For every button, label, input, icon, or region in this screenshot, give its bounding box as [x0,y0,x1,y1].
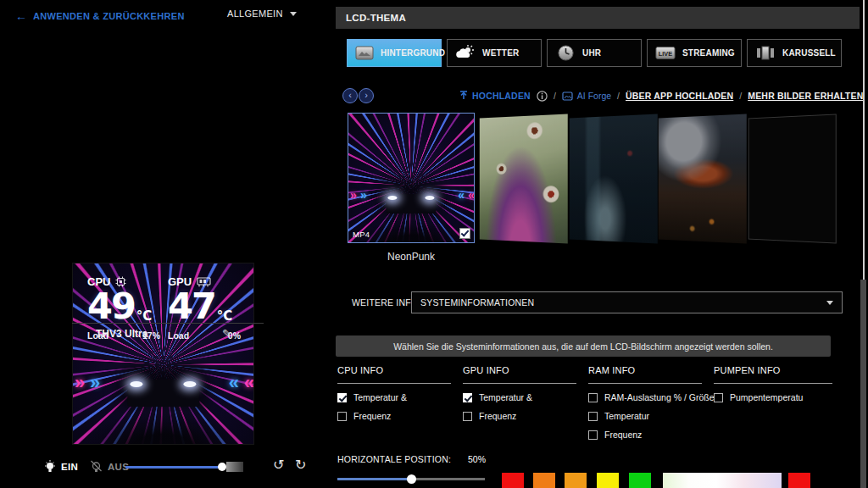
thumbnail-name: NeonPunk [348,251,475,263]
chevron-down-icon [826,301,833,305]
checkbox-gpu-temperatur[interactable]: Temperatur & [463,392,576,402]
separator: / [739,91,742,101]
device-name-row: THV3 Ultra ✎ [96,327,231,340]
color-swatch-pastel-gradient[interactable] [663,473,782,488]
column-title: CPU INFO [337,365,451,384]
clock-icon [555,45,576,62]
checkbox[interactable] [588,412,598,421]
color-swatch-orange[interactable] [533,473,555,488]
checkbox-ram-auslastung[interactable]: RAM-Auslastung % / Größe [588,392,702,402]
edit-pencil-icon[interactable]: ✎ [222,327,231,340]
thumbnail-spaceship-scene[interactable] [659,114,747,243]
checkbox-label: Frequenz [604,430,642,440]
thumb-shade [659,114,747,243]
display-on-toggle[interactable]: EIN [44,460,78,474]
checkbox-label: Temperatur & [353,392,407,402]
cpu-info-column: CPU INFO Temperatur & Frequenz [337,365,451,421]
display-off-toggle[interactable]: AUS [90,460,129,474]
format-badge: MP4 [353,230,370,239]
car-silhouette [127,380,199,407]
scrollbar-thumb[interactable] [860,280,866,488]
tab-wetter[interactable]: WETTER [447,39,542,67]
ram-info-column: RAM INFO RAM-Auslastung % / Größe Temper… [588,365,702,440]
system-info-dropdown[interactable]: SYSTEMINFORMATIONEN [411,291,843,313]
gpu-unit: °C [217,308,233,324]
color-swatch-green[interactable] [629,473,651,488]
ai-forge-link[interactable]: AI Forge [562,91,611,101]
upload-label: HOCHLADEN [472,91,531,101]
brightness-knob[interactable] [218,463,226,471]
page-title: LCD-THEMA [336,13,406,23]
screen: ← ANWENDEN & ZURÜCKKEHREN ALLGEMEIN LCD-… [0,0,868,488]
get-more-images-link[interactable]: MEHR BILDER ERHALTEN [748,91,863,101]
upload-link[interactable]: HOCHLADEN [459,91,531,101]
color-swatch-yellow[interactable] [597,473,619,488]
separator: / [554,91,556,101]
svg-text:LIVE: LIVE [659,50,672,58]
checkbox[interactable] [714,393,723,402]
tab-karussell[interactable]: KARUSSELL [747,39,842,67]
horizontal-position-slider[interactable] [337,478,485,480]
column-title: PUMPEN INFO [714,365,832,384]
horizontal-position-value: 50% [468,454,486,464]
tab-hintergrund[interactable]: HINTERGRUND [347,39,442,67]
thumbnail-checkbox[interactable] [459,228,470,239]
chevron-art: » [90,372,97,394]
chevron-art: « [458,188,462,202]
checkbox[interactable] [337,393,347,402]
info-icon[interactable] [537,91,548,102]
chevron-art: « [229,372,236,394]
ai-forge-icon [562,92,573,101]
color-swatch-red2[interactable] [788,473,810,488]
slider-knob[interactable] [407,474,416,484]
chevron-art: « [468,188,472,202]
chevron-down-icon [290,12,297,16]
pumpen-info-column: PUMPEN INFO Pumpentemperatu [714,365,832,402]
chevron-art: » [350,188,354,202]
checkbox[interactable] [337,412,347,421]
color-swatch-amber[interactable] [565,473,587,488]
cpu-unit: °C [136,308,153,324]
checkbox-gpu-frequenz[interactable]: Frequenz [463,411,576,421]
checkbox-pumpentemperatur[interactable]: Pumpentemperatu [714,392,832,402]
tab-label: UHR [582,48,601,58]
carousel-next-button[interactable]: › [359,88,374,103]
back-arrow-icon: ← [15,10,27,22]
general-dropdown[interactable]: ALLGEMEIN [227,8,297,19]
brightness-slider[interactable] [125,466,222,469]
thumbnail-neonpunk[interactable]: » » « « MP4 [348,113,475,243]
tab-label: WETTER [482,48,519,58]
upload-via-app-link[interactable]: ÜBER APP HOCHLADEN [626,91,733,101]
column-title: RAM INFO [588,365,702,384]
thumbnail-alien-landscape[interactable] [480,114,568,243]
separator: / [617,91,620,101]
checkbox[interactable] [463,412,472,421]
thumbnail-dark-empty[interactable] [748,114,837,243]
headlight [130,381,142,387]
checkbox[interactable] [463,393,472,402]
system-info-dropdown-value: SYSTEMINFORMATIONEN [420,297,534,308]
slider-fill [337,478,411,480]
checkbox[interactable] [588,393,598,402]
upload-icon [459,91,468,101]
checkbox-ram-temperatur[interactable]: Temperatur [588,411,702,421]
checkbox-cpu-temperatur[interactable]: Temperatur & [337,392,451,402]
gpu-info-column: GPU INFO Temperatur & Frequenz [463,365,576,421]
color-swatch-red[interactable] [502,473,524,488]
checkbox-ram-frequenz[interactable]: Frequenz [588,430,702,440]
carousel-prev-button[interactable]: ‹ [342,88,358,103]
thumbnail-cyberpunk-interior[interactable] [570,114,658,243]
image-icon [355,45,374,62]
gpu-temperature: 47 [168,285,215,327]
checkbox-label: Frequenz [479,411,516,421]
apply-return-label: ANWENDEN & ZURÜCKKEHREN [33,11,185,21]
apply-and-return-button[interactable]: ← ANWENDEN & ZURÜCKKEHREN [15,10,185,22]
carousel-icon [755,45,776,62]
rotate-cw-icon[interactable]: ↻ [295,458,306,472]
instruction-banner: Wählen Sie die Systeminformationen aus, … [336,336,831,357]
checkbox[interactable] [588,430,598,440]
tab-streaming[interactable]: LIVE STREAMING [647,39,742,67]
checkbox-cpu-frequenz[interactable]: Frequenz [337,411,451,421]
rotate-ccw-icon[interactable]: ↺ [273,458,284,472]
tab-uhr[interactable]: UHR [547,39,642,67]
